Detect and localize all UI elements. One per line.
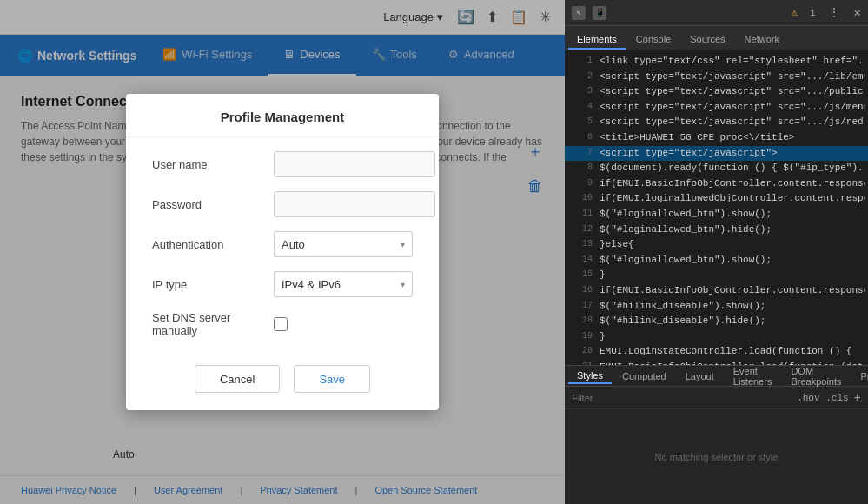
code-line[interactable]: 18 $("#hilink_diseable").hide(); [565, 314, 868, 329]
devtools-warning-icon: ⚠ [792, 6, 798, 19]
modal-footer: Cancel Save [126, 365, 439, 393]
code-line[interactable]: 13 }else{ [565, 237, 868, 253]
tab-network[interactable]: Network [736, 30, 788, 50]
code-line[interactable]: 12 $("#loginallowed_btn").hide(); [565, 222, 868, 238]
properties-tab[interactable]: Properties [852, 369, 869, 383]
filter-hint: .hov .cls [797, 393, 848, 403]
code-line[interactable]: 6<title>HUAWEI 5G CPE proc<\/title> [565, 130, 868, 146]
password-row: Password [152, 191, 413, 217]
ip-type-row: IP type IPv4 & IPv6 ▾ [152, 271, 413, 297]
tab-console[interactable]: Console [627, 30, 679, 50]
dns-row: Set DNS server manually [152, 311, 413, 337]
dns-checkbox[interactable] [274, 317, 288, 331]
code-line[interactable]: 3<script type="text/javascript" src="...… [565, 84, 868, 100]
modal-body: User name Password Authentication Auto ▾ [126, 146, 439, 356]
no-match-text: No matching selector or style [565, 409, 868, 504]
dns-label: Set DNS server manually [152, 311, 274, 337]
code-line[interactable]: 15 } [565, 268, 868, 283]
save-button[interactable]: Save [294, 365, 370, 393]
no-match-label: No matching selector or style [655, 452, 779, 462]
devtools-pointer-icon[interactable]: ↖ [572, 6, 586, 20]
code-line[interactable]: 8 $(document).ready(function () { $("#ip… [565, 161, 868, 176]
code-line[interactable]: 1<link type="text/css" rel="stylesheet" … [565, 54, 868, 70]
authentication-select[interactable]: Auto ▾ [274, 231, 413, 257]
password-label: Password [152, 198, 274, 211]
styles-filter-input[interactable] [572, 393, 792, 403]
computed-tab[interactable]: Computed [613, 369, 675, 383]
modal-backdrop: Profile Management User name Password Au… [0, 0, 565, 504]
authentication-row: Authentication Auto ▾ [152, 231, 413, 257]
tab-sources[interactable]: Sources [681, 30, 733, 50]
code-line[interactable]: 20 EMUI.LoginStateController.load(functi… [565, 344, 868, 360]
event-listeners-tab[interactable]: Event Listeners [725, 364, 781, 388]
devtools-code-area: 1<link type="text/css" rel="stylesheet" … [565, 50, 868, 365]
layout-tab[interactable]: Layout [677, 369, 723, 383]
devtools-menu-icon[interactable]: ⋮ [828, 5, 840, 20]
devtools-mobile-icon[interactable]: 📱 [593, 6, 606, 20]
devtools-panel: ↖ 📱 ⚠ 1 ⋮ ✕ Elements Console Sources Net… [565, 0, 868, 504]
tab-elements[interactable]: Elements [568, 30, 626, 50]
code-line[interactable]: 9 if(EMUI.BasicInfoObjController.content… [565, 176, 868, 192]
code-line[interactable]: 7<script type="text/javascript"> [565, 146, 868, 162]
code-line[interactable]: 5<script type="text/javascript" src="...… [565, 115, 868, 130]
code-line[interactable]: 10 if(EMUI.loginallowedObjController.con… [565, 191, 868, 207]
code-line[interactable]: 11 $("#loginallowed_btn").show(); [565, 207, 868, 222]
devtools-bottom-panel: Styles Computed Layout Event Listeners D… [565, 365, 868, 504]
password-input[interactable] [274, 191, 435, 217]
profile-management-modal: Profile Management User name Password Au… [126, 94, 439, 410]
code-line[interactable]: 17 $("#hilink_diseable").show(); [565, 299, 868, 315]
devtools-tabs: Elements Console Sources Network [565, 26, 868, 50]
code-line[interactable]: 14 $("#loginallowed_btn").show(); [565, 253, 868, 269]
dom-breakpoints-tab[interactable]: DOM Breakpoints [782, 364, 850, 388]
ip-type-arrow: ▾ [401, 280, 405, 289]
code-line[interactable]: 19 } [565, 329, 868, 345]
router-ui-panel: Language ▾ 🔄 ⬆ 📋 ✳ 🌐 Network Settings 📶 … [0, 0, 565, 504]
devtools-bottom-tabs: Styles Computed Layout Event Listeners D… [565, 366, 868, 387]
ip-type-label: IP type [152, 278, 274, 291]
devtools-close-icon[interactable]: ✕ [854, 5, 861, 20]
ip-type-select[interactable]: IPv4 & IPv6 ▾ [274, 271, 413, 297]
devtools-warning-count: 1 [810, 8, 816, 18]
styles-tab[interactable]: Styles [568, 368, 612, 384]
devtools-top-bar: ↖ 📱 ⚠ 1 ⋮ ✕ [565, 0, 868, 26]
code-line[interactable]: 4<script type="text/javascript" src="...… [565, 100, 868, 116]
add-rule-icon[interactable]: + [854, 391, 861, 405]
code-line[interactable]: 2<script type="text/javascript" src="...… [565, 70, 868, 85]
devtools-filter-bar: .hov .cls + [565, 387, 868, 409]
authentication-label: Authentication [152, 238, 274, 251]
authentication-arrow: ▾ [401, 240, 405, 249]
code-line[interactable]: 16 if(EMUI.BasicInfoObjController.conten… [565, 283, 868, 299]
authentication-value: Auto [282, 238, 305, 251]
cancel-button[interactable]: Cancel [195, 365, 280, 393]
username-row: User name [152, 151, 413, 177]
username-label: User name [152, 158, 274, 171]
username-input[interactable] [274, 151, 435, 177]
ip-type-value: IPv4 & IPv6 [282, 278, 341, 291]
modal-title: Profile Management [126, 94, 439, 137]
